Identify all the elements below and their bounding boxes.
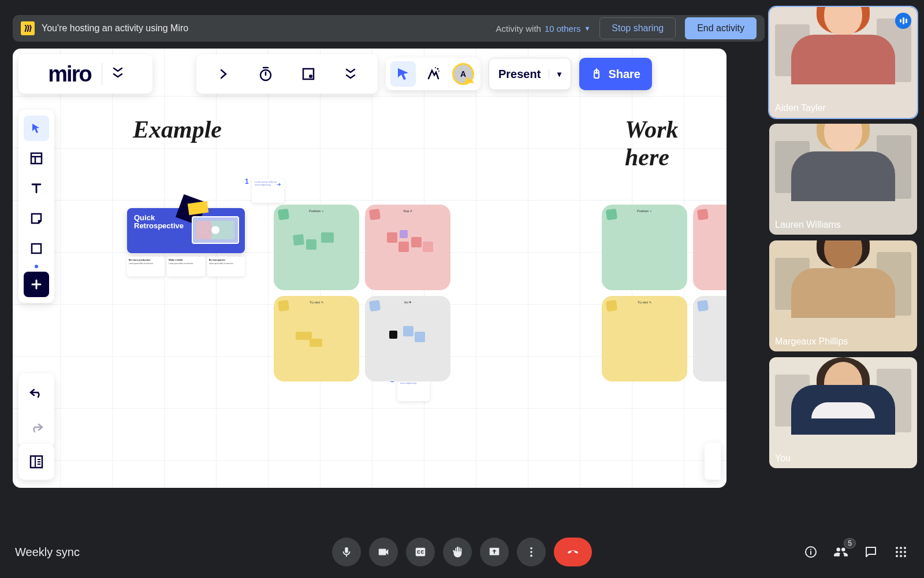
tile-actions[interactable]: Act ⚑ [365, 296, 450, 381]
retro-subcard[interactable]: Be transparentLorem ipsum dolor sit amet… [207, 257, 245, 276]
shape-tool-icon[interactable] [24, 236, 49, 261]
activity-with-prefix: Activity with [496, 24, 541, 34]
participant-name: Lauren Williams [775, 220, 841, 230]
svg-point-22 [904, 555, 906, 557]
tile-went-wrong-blank[interactable] [693, 205, 726, 290]
miro-right-toolbar: A Present ▾ Share [386, 54, 652, 94]
nav-forward-icon[interactable] [211, 61, 236, 87]
frame-icon[interactable] [296, 61, 321, 87]
activity-with-dropdown[interactable]: Activity with 10 others ▼ [496, 24, 591, 34]
svg-point-4 [435, 67, 436, 68]
timer-icon[interactable] [253, 61, 278, 87]
svg-point-14 [896, 547, 898, 549]
add-tool-icon[interactable] [24, 272, 49, 297]
activities-icon[interactable] [893, 544, 909, 560]
stop-sharing-button[interactable]: Stop sharing [599, 17, 676, 39]
participant-name: Margeaux Phillips [775, 336, 848, 347]
video-sidebar: Aiden TaylerLauren WilliamsMargeaux Phil… [769, 7, 917, 468]
raise-hand-button[interactable] [443, 538, 472, 566]
mic-button[interactable] [332, 538, 361, 566]
caret-down-icon: ▼ [584, 25, 590, 32]
canvas-label-work-here: Work here [625, 116, 726, 171]
tile-ideas[interactable]: Try next ✎ [274, 296, 359, 381]
people-icon[interactable]: 5 [833, 544, 849, 560]
meeting-title: Weekly sync [15, 546, 80, 559]
video-tile[interactable]: Margeaux Phillips [769, 240, 917, 351]
arrow-right-icon: ➔ [277, 181, 281, 188]
svg-point-17 [896, 551, 898, 553]
svg-point-2 [309, 75, 312, 78]
svg-point-21 [900, 555, 902, 557]
video-thumbnail[interactable] [192, 216, 239, 244]
svg-point-12 [530, 555, 532, 557]
retro-subcard[interactable]: Make a habitLorem ipsum dolor sit amet t… [167, 257, 204, 276]
retro-subcards: Be more productiveLorem ipsum dolor sit … [127, 257, 245, 276]
video-tile[interactable]: You [769, 357, 917, 468]
svg-point-5 [438, 71, 439, 72]
banner-host-text: You're hosting an activity using Miro [42, 23, 188, 34]
svg-point-3 [437, 68, 439, 70]
svg-point-19 [904, 551, 906, 553]
svg-rect-7 [31, 153, 42, 164]
chat-icon[interactable] [863, 544, 879, 560]
leave-call-button[interactable] [554, 538, 592, 566]
captions-button[interactable] [406, 538, 435, 566]
meet-bottom-bar: Weekly sync 5 [0, 526, 924, 578]
template-tool-icon[interactable] [24, 146, 49, 171]
meet-controls [332, 538, 592, 566]
more-options-button[interactable] [517, 538, 546, 566]
miro-left-toolbar [18, 110, 54, 303]
svg-point-15 [900, 547, 902, 549]
present-screen-button[interactable] [480, 538, 509, 566]
zoom-control[interactable] [705, 443, 721, 480]
tile-actions-blank[interactable] [693, 296, 726, 381]
svg-rect-1 [303, 69, 314, 79]
board-menu-chevron-icon[interactable] [113, 66, 123, 82]
end-activity-button[interactable]: End activity [685, 17, 757, 39]
info-icon[interactable] [803, 544, 819, 560]
tile-went-well[interactable]: Positives ✓ [274, 205, 359, 290]
camera-button[interactable] [369, 538, 398, 566]
panel-toggle-icon[interactable] [18, 444, 54, 480]
decoration [188, 201, 208, 216]
retrospective-card[interactable]: QuickRetrospective [127, 208, 245, 253]
tile-went-well-blank[interactable]: Positives ✓ [602, 205, 687, 290]
redo-icon[interactable] [24, 415, 49, 440]
sticky-tool-icon[interactable] [24, 206, 49, 231]
chevron-down-icon[interactable]: ▾ [549, 69, 561, 79]
activity-banner: You're hosting an activity using Miro Ac… [13, 15, 765, 42]
miro-chip-icon [21, 21, 35, 35]
svg-point-11 [530, 551, 532, 553]
activity-with-count: 10 others [545, 24, 581, 34]
present-button[interactable]: Present ▾ [489, 58, 571, 90]
text-tool-icon[interactable] [24, 176, 49, 201]
svg-point-20 [896, 555, 898, 557]
tile-ideas-blank[interactable]: Try next ✎ [602, 296, 687, 381]
miro-logo-card[interactable]: miro [18, 54, 152, 94]
retro-subcard[interactable]: Be more productiveLorem ipsum dolor sit … [127, 257, 165, 276]
people-count-badge: 5 [844, 538, 856, 549]
tool-indicator-dot [35, 265, 38, 268]
user-avatar[interactable]: A [450, 61, 476, 87]
cursor-tool-icon[interactable] [390, 61, 416, 87]
divider [102, 63, 102, 85]
video-tile[interactable]: Lauren Williams [769, 124, 917, 235]
step-card-1[interactable]: 1 ➔ Lorem ipsum dolor sit amet adipiscin… [252, 179, 284, 203]
svg-point-10 [530, 547, 532, 550]
tile-went-wrong[interactable]: Stop ✗ [365, 205, 450, 290]
miro-logo: miro [48, 62, 91, 87]
speaking-indicator-icon [895, 13, 911, 29]
more-chevron-icon[interactable] [338, 61, 363, 87]
miro-center-toolbar [196, 54, 378, 94]
svg-point-18 [900, 551, 902, 553]
reactions-icon[interactable] [420, 61, 446, 87]
miro-undo-toolbar [18, 373, 54, 447]
meet-right-controls: 5 [803, 544, 909, 560]
participant-name: You [775, 453, 791, 464]
select-tool-icon[interactable] [24, 116, 49, 141]
svg-point-16 [904, 547, 906, 549]
miro-canvas[interactable]: miro A Present ▾ Sha [13, 49, 726, 488]
share-button[interactable]: Share [579, 58, 652, 90]
undo-icon[interactable] [24, 380, 49, 406]
video-tile[interactable]: Aiden Tayler [769, 7, 917, 118]
